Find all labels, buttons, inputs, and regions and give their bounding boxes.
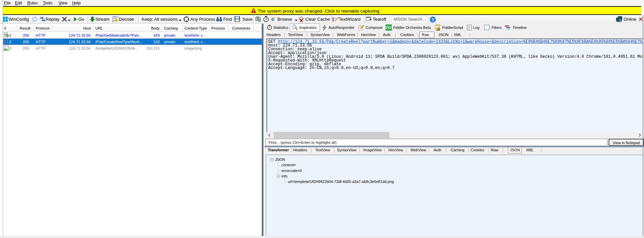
svg-text:JS: JS [437, 28, 440, 31]
svg-text:?: ? [432, 17, 434, 22]
svg-text:T: T [331, 16, 335, 22]
